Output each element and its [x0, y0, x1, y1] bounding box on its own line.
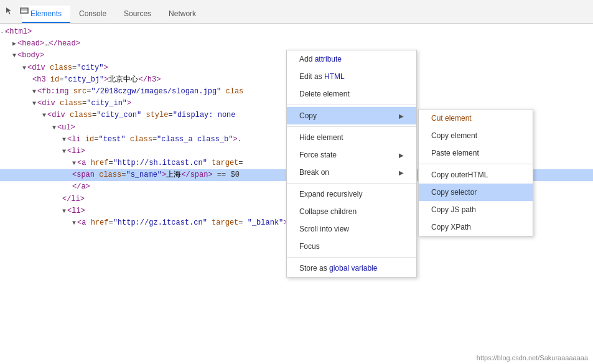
tab-icons	[4, 5, 30, 16]
submenu-copy-selector[interactable]: Copy selector	[419, 184, 533, 201]
menu-force-state[interactable]: Force state ▶	[287, 146, 416, 164]
tab-console[interactable]: Console	[70, 6, 115, 23]
menu-add-attribute[interactable]: Add attribute	[287, 50, 416, 68]
devtools-panel: Elements Console Sources Network ... <ht…	[0, 0, 593, 364]
menu-delete-element[interactable]: Delete element	[287, 85, 416, 103]
separator-1	[287, 105, 416, 105]
submenu-paste-element[interactable]: Paste element	[419, 144, 533, 162]
submenu-copy-xpath[interactable]: Copy XPath	[419, 218, 533, 236]
tab-sources[interactable]: Sources	[115, 6, 160, 23]
ellipsis-btn[interactable]: ...	[0, 26, 12, 37]
dom-line-html: <html>	[0, 26, 593, 38]
submenu-copy-outerhtml[interactable]: Copy outerHTML	[419, 166, 533, 184]
bottom-bar-text: https://blog.csdn.net/Sakuraaaaaaaa	[477, 354, 588, 362]
copy-submenu: Cut element Copy element Paste element C…	[418, 109, 533, 236]
dom-line-head: ▶<head>…</head>	[0, 38, 593, 50]
separator-3	[287, 183, 416, 184]
bottom-bar: https://blog.csdn.net/Sakuraaaaaaaa	[472, 352, 593, 364]
menu-edit-html[interactable]: Edit as HTML	[287, 68, 416, 85]
menu-expand-recursively[interactable]: Expand recursively	[287, 185, 416, 203]
menu-collapse-children[interactable]: Collapse children	[287, 203, 416, 220]
box-icon[interactable]	[19, 5, 30, 16]
submenu-cut-element[interactable]: Cut element	[419, 110, 533, 127]
menu-break-on[interactable]: Break on ▶	[287, 164, 416, 181]
menu-hide-element[interactable]: Hide element	[287, 129, 416, 146]
svg-rect-0	[21, 8, 28, 13]
submenu-copy-element[interactable]: Copy element	[419, 127, 533, 144]
tab-bar: Elements Console Sources Network	[0, 0, 593, 24]
submenu-copy-js-path[interactable]: Copy JS path	[419, 201, 533, 218]
menu-focus[interactable]: Focus	[287, 238, 416, 255]
tab-network[interactable]: Network	[160, 6, 205, 23]
separator-2	[287, 126, 416, 127]
submenu-separator-1	[419, 164, 533, 164]
cursor-icon[interactable]	[4, 5, 15, 16]
menu-scroll-into-view[interactable]: Scroll into view	[287, 220, 416, 238]
menu-store-global[interactable]: Store as global variable	[287, 259, 416, 277]
menu-copy[interactable]: Copy ▶	[287, 107, 416, 124]
separator-4	[287, 257, 416, 258]
context-menu: Add attribute Edit as HTML Delete elemen…	[286, 50, 417, 278]
